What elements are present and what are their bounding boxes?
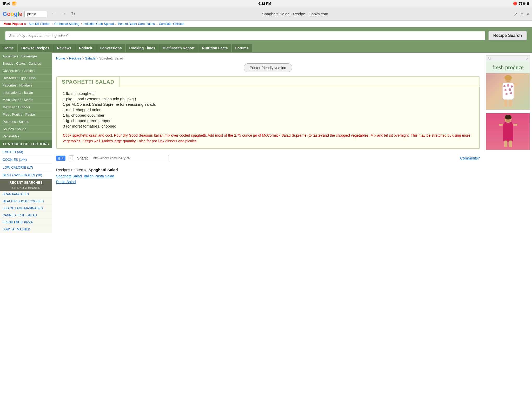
popular-link-5[interactable]: Cornflake Chicken [159, 22, 184, 26]
popular-link-3[interactable]: Imitation Crab Spread [84, 22, 114, 26]
nav-cooking-times[interactable]: Cooking Times [126, 44, 159, 52]
related-title: Recipes related to Spaghetti Salad [56, 168, 480, 172]
search-button[interactable]: Recipe Search [488, 31, 527, 40]
sidebar-item-casseroles[interactable]: Casseroles : Cookies [0, 67, 52, 75]
recent-searches-header: RECENT SEARCHES [0, 179, 52, 186]
recent-item-sugar-cookies[interactable]: HEALTHY SUGAR COOKIES [0, 198, 52, 205]
nav-nutrition[interactable]: Nutrition Facts [198, 44, 231, 52]
search-icon[interactable]: ⌕ [521, 11, 523, 17]
breadcrumb-salads[interactable]: Salads [85, 56, 95, 60]
breadcrumb-recipes[interactable]: Recipes [69, 56, 81, 60]
browser-actions: ↗ ⌕ × [514, 11, 529, 17]
sidebar-item-vegetables[interactable]: Vegetables [0, 133, 52, 140]
back-button[interactable]: ← [50, 11, 58, 17]
ad-top-bar-1: Ad ▷ [486, 56, 530, 61]
website-content: Most Popular » Sun Dill Pickles : Crabme… [0, 21, 532, 233]
page-title: Spaghetti Salad - Recipe - Cooks.com [79, 12, 512, 16]
right-sidebar: Ad ▷ fresh produce [484, 53, 532, 156]
sidebar-categories: Appetizers : Beverages Breads : Cakes : … [0, 53, 52, 140]
search-input[interactable] [5, 31, 485, 40]
recipe-title-tab: SPAGHETTI SALAD [56, 77, 480, 87]
svg-rect-12 [514, 83, 517, 85]
comments-link[interactable]: Comments? [460, 156, 480, 160]
sidebar-item-international[interactable]: International : Italian [0, 89, 52, 96]
ingredient-2: 1 jar McCormick Salad Supreme for season… [63, 102, 473, 107]
svg-rect-21 [499, 124, 503, 126]
nav-potluck[interactable]: Potluck [75, 44, 96, 52]
recent-item-bran[interactable]: BRAN PANCAKES [0, 191, 52, 198]
ipad-label: iPad [3, 2, 10, 5]
sidebar-item-desserts[interactable]: Desserts : Eggs : Fish [0, 75, 52, 82]
ingredient-0: 1 lb. thin spaghetti [63, 91, 473, 96]
related-link-1[interactable]: Italian Pasta Salad [84, 174, 114, 178]
collection-best-casseroles[interactable]: BEST CASSEROLES (26) [0, 171, 52, 179]
most-popular-label: Most Popular » [4, 22, 26, 26]
collection-easter[interactable]: EASTER (33) [0, 148, 52, 156]
recipe-card: SPAGHETTI SALAD 1 lb. thin spaghetti 1 p… [56, 76, 480, 149]
search-header: Recipe Search [0, 27, 532, 44]
featured-collections-header: FEATURED COLLECTIONS [0, 140, 52, 148]
popular-link-4[interactable]: Peanut Butter Corn Flakes [118, 22, 155, 26]
svg-rect-19 [504, 122, 506, 124]
main-content: Home > Recipes > Salads > Spaghetti Sala… [52, 53, 484, 188]
sidebar-item-breads[interactable]: Breads : Cakes : Candies [0, 60, 52, 67]
nav-bar: Home Browse Recipes Reviews Potluck Conv… [0, 44, 532, 53]
breadcrumb-home[interactable]: Home [56, 56, 65, 60]
collection-cookies[interactable]: COOKIES (144) [0, 156, 52, 164]
breadcrumb-sep-2: > [82, 56, 85, 60]
wifi-icon: 📶 [12, 2, 16, 5]
forward-button[interactable]: → [60, 11, 68, 17]
ad-image-1 [486, 73, 530, 110]
ad-close-icon-1[interactable]: ▷ [526, 57, 528, 60]
url-bar[interactable] [24, 11, 48, 17]
share-label: Share: [77, 156, 88, 160]
related-link-0[interactable]: Spaghetti Salad [56, 174, 82, 178]
ingredient-4: 1 lg. chopped cucumber [63, 113, 473, 117]
nav-conversions[interactable]: Conversions [96, 44, 125, 52]
printer-friendly-button[interactable]: Printer-friendly version [244, 63, 292, 72]
collection-low-calorie[interactable]: LOW CALORIE (17) [0, 164, 52, 171]
status-time: 6:22 PM [258, 2, 271, 5]
popular-link-1[interactable]: Sun Dill Pickles [29, 22, 50, 26]
left-sidebar: Appetizers : Beverages Breads : Cakes : … [0, 53, 52, 233]
sidebar-item-potatoes[interactable]: Potatoes : Salads [0, 118, 52, 125]
recent-item-lamb[interactable]: LEG OF LAMB MARINADES [0, 205, 52, 212]
sidebar-item-sauces[interactable]: Sauces : Soups [0, 125, 52, 133]
share-url-input[interactable] [91, 155, 169, 161]
breadcrumb-sep-1: > [66, 56, 69, 60]
recent-item-fresh-fruit[interactable]: FRESH FRUIT PIZZA [0, 219, 52, 226]
svg-point-2 [504, 75, 512, 80]
recipe-ingredients: 1 lb. thin spaghetti 1 pkg. Good Seasons… [63, 91, 473, 128]
sidebar-item-main-dishes[interactable]: Main Dishes : Meats [0, 96, 52, 104]
svg-rect-20 [510, 122, 512, 124]
related-link-2[interactable]: Pasta Salad [56, 180, 76, 184]
close-icon[interactable]: × [527, 11, 529, 17]
related-recipe-name: Spaghetti Salad [89, 168, 118, 172]
nav-browse[interactable]: Browse Recipes [18, 44, 53, 52]
share-icon[interactable]: ↗ [514, 11, 517, 17]
nav-home[interactable]: Home [0, 44, 17, 52]
nav-forums[interactable]: Forums [232, 44, 252, 52]
gplus-button[interactable]: g+1 [56, 156, 65, 161]
svg-point-10 [510, 92, 512, 94]
svg-rect-11 [499, 83, 502, 85]
bluetooth-icon: 🔴 [513, 2, 517, 5]
svg-rect-24 [509, 141, 512, 147]
svg-point-17 [505, 115, 511, 119]
nav-diet[interactable]: Diet/Health Report [159, 44, 198, 52]
status-bar: iPad 📶 6:22 PM 🔴 77% ▮ [0, 0, 532, 7]
ad-fresh-text: fresh produce [489, 64, 527, 71]
recent-item-canned-fruit[interactable]: CANNED FRUIT SALAD [0, 212, 52, 219]
recipe-instructions: Cook spaghetti; drain and cool. Pour dry… [63, 132, 473, 144]
sidebar-item-pies[interactable]: Pies : Poultry : Pastas [0, 111, 52, 118]
popular-link-2[interactable]: Crabmeat Stuffing [54, 22, 79, 26]
recent-item-low-fat[interactable]: LOW FAT MASHED [0, 226, 52, 233]
ingredient-3: 1 med. chopped onion [63, 108, 473, 112]
battery-icon: ▮ [527, 2, 529, 5]
related-intro-text: Recipes related to [56, 168, 89, 172]
sidebar-item-mexican[interactable]: Mexican : Outdoor [0, 104, 52, 111]
refresh-button[interactable]: ↻ [70, 11, 77, 17]
sidebar-item-appetizers[interactable]: Appetizers : Beverages [0, 53, 52, 60]
sidebar-item-favorites[interactable]: Favorites : Holidays [0, 82, 52, 89]
nav-reviews[interactable]: Reviews [53, 44, 75, 52]
